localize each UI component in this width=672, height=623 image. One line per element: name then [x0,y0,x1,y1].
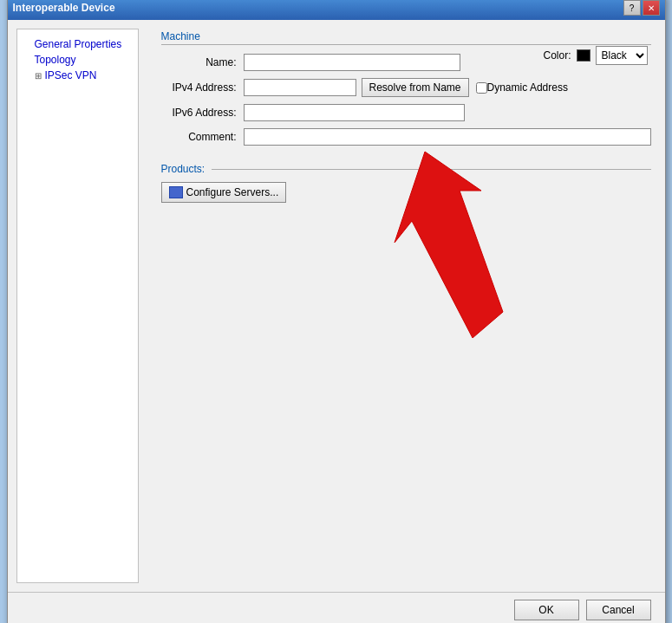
title-bar: Interoperable Device ? ✕ [8,0,665,20]
sidebar-item-ipsec-vpn[interactable]: ⊞ IPSec VPN [21,68,134,83]
general-properties-label: General Properties [35,38,122,50]
ipv4-row: IPv4 Address: Resolve from Name Dynamic … [161,78,651,97]
machine-section-title: Machine [161,30,651,45]
dynamic-address-area: Dynamic Address [476,81,568,94]
dynamic-address-label: Dynamic Address [487,81,568,94]
expand-icon: ⊞ [35,71,42,81]
main-window: Interoperable Device ? ✕ General Propert… [7,0,666,623]
ipsec-vpn-label: IPSec VPN [45,69,97,81]
products-section: Products: Configure Servers... [161,163,651,203]
sidebar-item-general-properties[interactable]: General Properties [21,36,134,52]
ipv6-label: IPv6 Address: [161,107,244,119]
window-title: Interoperable Device [13,2,115,14]
main-content: Machine Color: Black White Red Blue Gree… [147,20,665,592]
color-select[interactable]: Black White Red Blue Green [596,46,648,65]
help-button[interactable]: ? [623,0,641,16]
configure-servers-button[interactable]: Configure Servers... [161,182,287,203]
configure-btn-label: Configure Servers... [186,186,279,198]
name-input[interactable] [244,54,460,71]
sidebar: General Properties Topology ⊞ IPSec VPN [16,29,139,583]
bottom-bar: OK Cancel [8,592,665,623]
title-bar-buttons: ? ✕ [623,0,660,16]
sidebar-item-topology[interactable]: Topology [21,52,134,68]
color-row: Color: Black White Red Blue Green [543,46,647,65]
ipv6-row: IPv6 Address: [161,104,651,121]
comment-input[interactable] [244,128,651,146]
topology-label: Topology [35,54,76,66]
ipv4-input[interactable] [244,79,356,96]
products-title: Products: [161,163,651,175]
server-icon [169,186,183,198]
name-label: Name: [161,56,244,68]
dynamic-address-checkbox[interactable] [476,82,487,94]
ipv6-input[interactable] [244,104,465,121]
close-button[interactable]: ✕ [643,0,660,16]
resolve-from-name-button[interactable]: Resolve from Name [362,78,469,97]
window-body: General Properties Topology ⊞ IPSec VPN … [8,20,665,592]
cancel-button[interactable]: Cancel [586,600,651,620]
comment-label: Comment: [161,131,244,143]
ok-button[interactable]: OK [514,600,579,620]
ipv4-label: IPv4 Address: [161,81,244,94]
color-swatch [577,49,590,62]
comment-row: Comment: [161,128,651,146]
color-label: Color: [543,49,571,62]
products-title-text: Products: [161,163,206,175]
